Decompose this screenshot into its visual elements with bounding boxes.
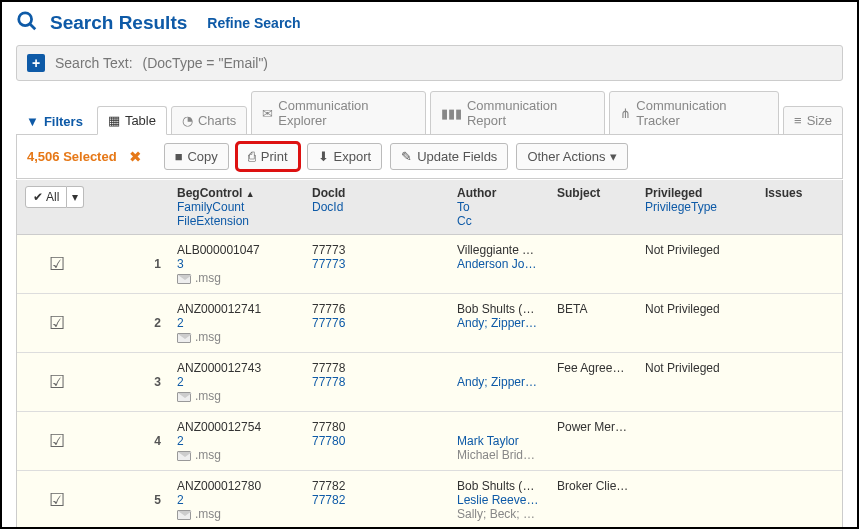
copy-button[interactable]: ■Copy <box>164 143 229 170</box>
select-all-label: All <box>46 190 59 204</box>
docid-link[interactable]: 77778 <box>312 375 345 389</box>
col-cc[interactable]: Cc <box>457 214 541 228</box>
to-value[interactable]: Mark Taylor <box>457 434 541 448</box>
fileext-value: .msg <box>195 389 221 403</box>
search-text-label: Search Text: <box>55 55 133 71</box>
docid-link[interactable]: 77780 <box>312 434 345 448</box>
table-row[interactable]: ☑ 2 ANZ000012741 2 .msg 77776 77776 Bob … <box>17 294 842 353</box>
filter-icon: ▼ <box>26 114 39 129</box>
begcontrol-value: ALB000001047 <box>177 243 260 257</box>
cc-value: Sally; Beck; … <box>457 507 541 521</box>
envelope-icon: ✉ <box>262 106 273 121</box>
fileext-value: .msg <box>195 448 221 462</box>
col-docid2[interactable]: DocId <box>312 200 441 214</box>
tab-comm-explorer-label: Communication Explorer <box>278 98 415 128</box>
to-value[interactable]: Leslie Reeve… <box>457 493 541 507</box>
search-text-query: (DocType = "Email") <box>143 55 268 71</box>
tab-comm-report[interactable]: ▮▮▮ Communication Report <box>430 91 605 135</box>
row-number: 5 <box>97 471 169 529</box>
table-row[interactable]: ☑ 3 ANZ000012743 2 .msg 77778 77778 Andy… <box>17 353 842 412</box>
familycount-value[interactable]: 2 <box>177 316 184 330</box>
subject-value: Fee Agreem… <box>557 361 629 375</box>
to-value[interactable]: Anderson Jo… <box>457 257 541 271</box>
update-fields-button[interactable]: ✎Update Fields <box>390 143 508 170</box>
col-privilegetype[interactable]: PrivilegeType <box>645 200 749 214</box>
author-value <box>457 361 541 375</box>
privileged-value: Not Privileged <box>645 243 720 257</box>
tab-comm-explorer[interactable]: ✉ Communication Explorer <box>251 91 426 135</box>
col-begcontrol[interactable]: BegControl ▲ <box>177 186 255 200</box>
refine-search-link[interactable]: Refine Search <box>207 15 300 31</box>
page-title: Search Results <box>50 12 187 34</box>
check-icon: ✔ <box>33 190 43 204</box>
tab-size[interactable]: ≡ Size <box>783 106 843 135</box>
other-actions-label: Other Actions <box>527 149 605 164</box>
col-issues[interactable]: Issues <box>765 186 802 200</box>
to-value[interactable]: Andy; Zipper… <box>457 375 541 389</box>
envelope-icon <box>177 510 191 520</box>
add-criteria-button[interactable]: + <box>27 54 45 72</box>
docid-link[interactable]: 77773 <box>312 257 345 271</box>
col-privileged[interactable]: Privileged <box>645 186 702 200</box>
subject-value: Broker Clien… <box>557 479 629 493</box>
docid-link[interactable]: 77776 <box>312 316 345 330</box>
filters-tab[interactable]: ▼ Filters <box>16 108 93 135</box>
disk-icon: ≡ <box>794 113 802 128</box>
docid-value: 77780 <box>312 420 345 434</box>
row-checkbox[interactable]: ☑ <box>49 253 65 275</box>
other-actions-button[interactable]: Other Actions▾ <box>516 143 628 170</box>
col-fileextension[interactable]: FileExtension <box>177 214 296 228</box>
tab-comm-tracker[interactable]: ⋔ Communication Tracker <box>609 91 779 135</box>
print-icon: ⎙ <box>248 149 256 164</box>
select-all-button[interactable]: ✔All <box>25 186 67 208</box>
col-docid[interactable]: DocId <box>312 186 345 200</box>
familycount-value[interactable]: 2 <box>177 434 184 448</box>
to-value[interactable]: Andy; Zipper… <box>457 316 541 330</box>
share-icon: ⋔ <box>620 106 631 121</box>
row-checkbox[interactable]: ☑ <box>49 489 65 511</box>
author-value: Bob Shults (B… <box>457 302 541 316</box>
tab-charts[interactable]: ◔ Charts <box>171 106 247 135</box>
clear-selection-button[interactable]: ✖ <box>129 148 142 166</box>
table-row[interactable]: ☑ 1 ALB000001047 3 .msg 77773 77773 Vill… <box>17 235 842 294</box>
tab-table-label: Table <box>125 113 156 128</box>
fileext-value: .msg <box>195 507 221 521</box>
author-value: Villeggiante T… <box>457 243 541 257</box>
author-value <box>457 420 541 434</box>
export-button[interactable]: ⬇Export <box>307 143 383 170</box>
filters-tab-label: Filters <box>44 114 83 129</box>
familycount-value[interactable]: 2 <box>177 375 184 389</box>
cc-value: Michael Bridg… <box>457 448 541 462</box>
pie-icon: ◔ <box>182 113 193 128</box>
privileged-value: Not Privileged <box>645 302 720 316</box>
bar-chart-icon: ▮▮▮ <box>441 106 462 121</box>
docid-value: 77776 <box>312 302 345 316</box>
familycount-value[interactable]: 3 <box>177 257 184 271</box>
tab-charts-label: Charts <box>198 113 236 128</box>
search-icon <box>16 10 38 35</box>
table-row[interactable]: ☑ 4 ANZ000012754 2 .msg 77780 77780 Mark… <box>17 412 842 471</box>
col-familycount[interactable]: FamilyCount <box>177 200 296 214</box>
caret-down-icon: ▾ <box>610 149 617 164</box>
row-checkbox[interactable]: ☑ <box>49 312 65 334</box>
print-button[interactable]: ⎙Print <box>237 143 299 170</box>
col-to[interactable]: To <box>457 200 541 214</box>
row-checkbox[interactable]: ☑ <box>49 430 65 452</box>
familycount-value[interactable]: 2 <box>177 493 184 507</box>
tab-comm-report-label: Communication Report <box>467 98 594 128</box>
table-row[interactable]: ☑ 5 ANZ000012780 2 .msg 77782 77782 Bob … <box>17 471 842 529</box>
pencil-icon: ✎ <box>401 149 412 164</box>
docid-value: 77778 <box>312 361 345 375</box>
docid-value: 77782 <box>312 479 345 493</box>
privileged-value: Not Privileged <box>645 361 720 375</box>
select-all-dropdown[interactable]: ▾ <box>67 186 84 208</box>
folder-icon: ■ <box>175 149 183 164</box>
row-checkbox[interactable]: ☑ <box>49 371 65 393</box>
svg-point-0 <box>19 13 32 26</box>
col-author[interactable]: Author <box>457 186 496 200</box>
search-text-bar: + Search Text: (DocType = "Email") <box>16 45 843 81</box>
update-fields-label: Update Fields <box>417 149 497 164</box>
tab-table[interactable]: ▦ Table <box>97 106 167 135</box>
col-subject[interactable]: Subject <box>557 186 600 200</box>
docid-link[interactable]: 77782 <box>312 493 345 507</box>
